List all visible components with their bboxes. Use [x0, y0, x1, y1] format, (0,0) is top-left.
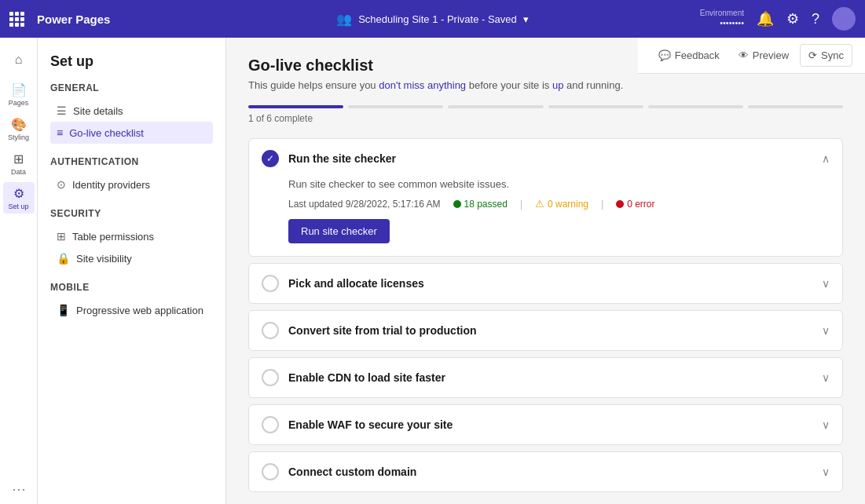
subtitle-link-2[interactable]: up [552, 79, 563, 91]
checklist-title-convert-site: Convert site from trial to production [288, 324, 812, 337]
chevron-convert-site: ∨ [822, 324, 830, 337]
stat-warning: ⚠ 0 warning [535, 198, 588, 210]
check-circle-custom-domain [262, 463, 279, 480]
chevron-custom-domain: ∨ [822, 466, 830, 478]
nav-item-pwa[interactable]: 📱 Progressive web application [50, 299, 213, 321]
pages-icon: 📄 [11, 82, 27, 97]
styling-icon: 🎨 [11, 117, 27, 132]
left-panel: Set up General ☰ Site details ≡ Go-live … [38, 38, 226, 504]
site-visibility-icon: 🔒 [57, 252, 70, 265]
checklist-title-custom-domain: Connect custom domain [288, 466, 812, 478]
chevron-site-checker: ∧ [822, 152, 830, 165]
page-subtitle: This guide helps ensure you don't miss a… [248, 79, 843, 91]
sidebar-item-styling[interactable]: 🎨 Styling [3, 113, 35, 144]
site-dropdown-arrow[interactable]: ▾ [523, 13, 529, 25]
checklist-item-waf: Enable WAF to secure your site ∨ [248, 404, 843, 445]
nav-item-go-live-checklist[interactable]: ≡ Go-live checklist [50, 122, 213, 144]
table-perm-icon: ⊞ [57, 230, 66, 243]
check-circle-licenses [262, 275, 279, 292]
run-site-checker-button[interactable]: Run site checker [288, 219, 390, 243]
checklist-header-waf[interactable]: Enable WAF to secure your site ∨ [249, 405, 842, 444]
checklist-header-site-checker[interactable]: ✓ Run the site checker ∧ [249, 139, 842, 178]
checklist-item-licenses: Pick and allocate licenses ∨ [248, 263, 843, 304]
sidebar-item-home[interactable]: ⌂ [3, 44, 35, 75]
identity-icon: ⊙ [57, 178, 66, 191]
checklist-item-custom-domain: Connect custom domain ∨ [248, 451, 843, 492]
checklist-title-waf: Enable WAF to secure your site [288, 418, 812, 431]
checklist-header-licenses[interactable]: Pick and allocate licenses ∨ [249, 264, 842, 303]
checklist-desc-site-checker: Run site checker to see common website i… [288, 178, 830, 190]
progress-seg-6 [748, 105, 843, 108]
passed-dot [453, 200, 461, 208]
checklist-title-site-checker: Run the site checker [288, 152, 812, 165]
nav-item-site-visibility[interactable]: 🔒 Site visibility [50, 247, 213, 269]
user-avatar[interactable] [832, 7, 856, 31]
checklist-header-convert-site[interactable]: Convert site from trial to production ∨ [249, 311, 842, 350]
progress-bar-row [248, 105, 843, 108]
site-info-text[interactable]: Scheduling Site 1 - Private - Saved [358, 13, 517, 25]
main-layout: ⌂ 📄 Pages 🎨 Styling ⊞ Data ⚙ Set up ⋯ Se… [0, 38, 865, 504]
setup-icon: ⚙ [13, 186, 24, 201]
stat-error: 0 error [616, 199, 654, 210]
preview-icon: 👁 [739, 49, 749, 61]
go-live-icon: ≡ [57, 126, 63, 139]
sync-icon: ⟳ [808, 49, 817, 61]
nav-item-identity-providers[interactable]: ⊙ Identity providers [50, 173, 213, 195]
sidebar-item-pages[interactable]: 📄 Pages [3, 79, 35, 110]
nav-item-table-permissions[interactable]: ⊞ Table permissions [50, 225, 213, 247]
progress-seg-2 [348, 105, 443, 108]
chevron-licenses: ∨ [822, 277, 830, 290]
check-circle-waf [262, 416, 279, 433]
feedback-button[interactable]: 💬 Feedback [651, 45, 728, 66]
sidebar-item-data[interactable]: ⊞ Data [3, 148, 35, 179]
chevron-cdn: ∨ [822, 371, 830, 384]
pwa-icon: 📱 [57, 304, 70, 316]
feedback-icon: 💬 [658, 49, 671, 61]
checker-stats: Last updated 9/28/2022, 5:17:16 AM 18 pa… [288, 198, 830, 210]
environment-label: Environment •••••••• [700, 9, 744, 28]
progress-seg-3 [448, 105, 543, 108]
top-nav: Power Pages 👥 Scheduling Site 1 - Privat… [0, 0, 865, 38]
checklist-item-site-checker: ✓ Run the site checker ∧ Run site checke… [248, 138, 843, 257]
checklist-title-licenses: Pick and allocate licenses [288, 277, 812, 290]
data-icon: ⊞ [13, 152, 24, 166]
help-icon[interactable]: ? [812, 11, 819, 27]
check-circle-convert-site [262, 322, 279, 339]
section-mobile: Mobile [50, 282, 213, 293]
checklist-title-cdn: Enable CDN to load site faster [288, 371, 812, 384]
checklist-header-custom-domain[interactable]: Connect custom domain ∨ [249, 452, 842, 491]
checklist-item-cdn: Enable CDN to load site faster ∨ [248, 357, 843, 398]
second-nav-buttons: 💬 Feedback 👁 Preview ⟳ Sync [638, 38, 865, 74]
site-info-icon: 👥 [336, 12, 352, 27]
content-area: Go-live checklist This guide helps ensur… [226, 38, 865, 504]
check-circle-cdn [262, 369, 279, 386]
more-options-icon[interactable]: ⋯ [5, 474, 32, 504]
section-authentication: Authentication [50, 156, 213, 167]
error-dot [616, 200, 624, 208]
warning-triangle-icon: ⚠ [535, 198, 544, 210]
progress-seg-4 [548, 105, 643, 108]
home-icon: ⌂ [15, 53, 23, 67]
stat-passed: 18 passed [453, 199, 508, 210]
top-nav-center: 👥 Scheduling Site 1 - Private - Saved ▾ [336, 12, 529, 27]
preview-button[interactable]: 👁 Preview [731, 45, 797, 66]
notifications-icon[interactable]: 🔔 [757, 10, 774, 27]
section-general: General [50, 82, 213, 93]
progress-label: 1 of 6 complete [248, 113, 843, 124]
last-updated: Last updated 9/28/2022, 5:17:16 AM [288, 199, 441, 210]
chevron-waf: ∨ [822, 418, 830, 431]
waffle-menu-icon[interactable] [9, 12, 24, 27]
check-circle-site-checker: ✓ [262, 150, 279, 167]
top-nav-left: Power Pages [9, 12, 110, 27]
sidebar-item-setup[interactable]: ⚙ Set up [3, 182, 35, 214]
site-details-icon: ☰ [57, 104, 67, 117]
progress-seg-1 [248, 105, 343, 108]
subtitle-link-1[interactable]: don't miss anything [379, 79, 466, 91]
nav-item-site-details[interactable]: ☰ Site details [50, 100, 213, 122]
checklist-header-cdn[interactable]: Enable CDN to load site faster ∨ [249, 358, 842, 397]
sync-button[interactable]: ⟳ Sync [800, 44, 852, 67]
checklist-item-convert-site: Convert site from trial to production ∨ [248, 310, 843, 351]
settings-icon[interactable]: ⚙ [786, 10, 799, 27]
section-security: Security [50, 208, 213, 219]
progress-seg-5 [648, 105, 743, 108]
